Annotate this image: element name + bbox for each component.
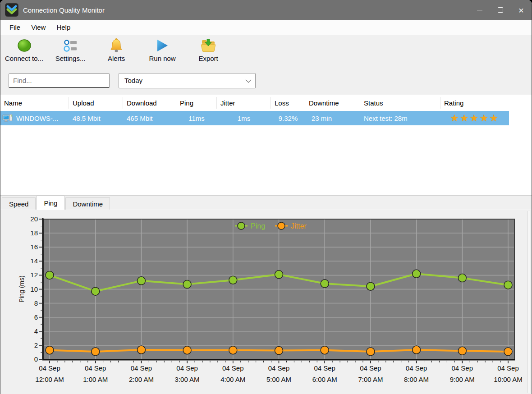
svg-text:10: 10 xyxy=(30,285,38,293)
settings-sliders-icon xyxy=(63,37,78,54)
tab-ping[interactable]: Ping xyxy=(37,196,64,210)
svg-text:Ping: Ping xyxy=(251,222,265,230)
maximize-button[interactable] xyxy=(490,0,511,20)
table-header: Name Upload Download Ping Jitter Loss Do… xyxy=(0,95,532,111)
svg-text:04 Sep: 04 Sep xyxy=(131,364,152,372)
col-upload[interactable]: Upload xyxy=(69,97,123,109)
svg-text:16: 16 xyxy=(30,243,38,251)
svg-text:14: 14 xyxy=(30,257,38,265)
minimize-icon xyxy=(477,10,482,10)
menu-help[interactable]: Help xyxy=(51,22,76,33)
export-button[interactable]: Export xyxy=(187,36,230,66)
toolbar: Connect to... Settings... xyxy=(0,35,532,66)
table-row-selected[interactable]: WINDOWS-... 48.5 Mbit 465 Mbit 11ms 1ms … xyxy=(0,111,509,125)
row-jitter: 1ms xyxy=(217,115,271,122)
minimize-button[interactable] xyxy=(469,0,490,20)
star-icon: ★ xyxy=(490,113,500,124)
star-icon: ★ xyxy=(450,113,460,124)
col-downtime[interactable]: Downtime xyxy=(305,97,360,109)
svg-text:1:00 AM: 1:00 AM xyxy=(83,376,108,383)
play-icon xyxy=(156,37,169,54)
tab-downtime[interactable]: Downtime xyxy=(65,197,110,210)
menu-bar: File View Help xyxy=(0,20,532,35)
svg-text:04 Sep: 04 Sep xyxy=(406,364,427,372)
svg-text:04 Sep: 04 Sep xyxy=(39,364,60,372)
col-jitter[interactable]: Jitter xyxy=(217,97,271,109)
svg-text:04 Sep: 04 Sep xyxy=(176,364,198,372)
row-upload: 48.5 Mbit xyxy=(69,115,123,122)
svg-text:4:00 AM: 4:00 AM xyxy=(220,376,245,383)
svg-text:20: 20 xyxy=(30,215,38,223)
svg-text:3:00 AM: 3:00 AM xyxy=(175,376,200,383)
maximize-icon xyxy=(498,7,503,13)
svg-text:04 Sep: 04 Sep xyxy=(360,364,381,372)
svg-text:04 Sep: 04 Sep xyxy=(452,364,473,372)
svg-text:9:00 AM: 9:00 AM xyxy=(450,376,475,383)
panel-scrollbar[interactable] xyxy=(527,211,530,393)
chart-tabs: Speed Ping Downtime xyxy=(0,195,532,210)
col-loss[interactable]: Loss xyxy=(271,97,305,109)
results-table: Name Upload Download Ping Jitter Loss Do… xyxy=(0,95,532,195)
find-input[interactable] xyxy=(9,73,110,88)
row-ping: 11ms xyxy=(176,115,217,122)
chevron-down-icon xyxy=(246,77,252,83)
col-status[interactable]: Status xyxy=(360,97,440,109)
col-download[interactable]: Download xyxy=(123,97,176,109)
star-icon: ★ xyxy=(480,113,490,124)
computer-icon xyxy=(2,114,13,123)
row-name: WINDOWS-... xyxy=(16,115,58,122)
menu-file[interactable]: File xyxy=(4,22,26,33)
svg-text:5:00 AM: 5:00 AM xyxy=(266,376,291,383)
col-name[interactable]: Name xyxy=(0,97,69,109)
ping-chart-panel: Ping (ms) 0246810121416182004 Sep12:00 A… xyxy=(0,210,532,394)
menu-view[interactable]: View xyxy=(26,22,51,33)
close-icon: × xyxy=(518,5,524,15)
svg-text:2:00 AM: 2:00 AM xyxy=(129,376,154,383)
svg-text:04 Sep: 04 Sep xyxy=(268,364,290,372)
svg-text:10:00 AM: 10:00 AM xyxy=(494,376,522,383)
col-ping[interactable]: Ping xyxy=(176,97,217,109)
app-logo-icon xyxy=(5,3,18,17)
svg-text:2: 2 xyxy=(34,341,38,349)
svg-text:04 Sep: 04 Sep xyxy=(314,364,335,372)
bell-icon xyxy=(109,37,124,54)
ping-chart-svg: 0246810121416182004 Sep12:00 AM04 Sep1:0… xyxy=(0,210,532,394)
filter-bar: Today xyxy=(0,66,532,95)
row-status: Next test: 28m xyxy=(360,115,440,122)
row-downtime: 23 min xyxy=(305,115,360,122)
svg-text:04 Sep: 04 Sep xyxy=(222,364,244,372)
svg-text:18: 18 xyxy=(30,229,38,237)
svg-text:8:00 AM: 8:00 AM xyxy=(404,376,429,383)
row-download: 465 Mbit xyxy=(123,115,176,122)
svg-text:6: 6 xyxy=(34,313,38,321)
window-title: Connection Quality Monitor xyxy=(23,6,469,14)
svg-text:8: 8 xyxy=(34,299,38,307)
close-button[interactable]: × xyxy=(511,0,532,20)
rating-stars: ★★★★★ xyxy=(440,113,509,124)
run-now-button[interactable]: Run now xyxy=(141,36,184,66)
svg-text:6:00 AM: 6:00 AM xyxy=(312,376,337,383)
export-folder-icon xyxy=(200,37,216,54)
svg-text:0: 0 xyxy=(34,355,38,363)
settings-button[interactable]: Settings... xyxy=(49,36,92,66)
svg-text:4: 4 xyxy=(34,327,38,335)
svg-text:Jitter: Jitter xyxy=(291,222,307,230)
connect-to-button[interactable]: Connect to... xyxy=(2,36,46,66)
connect-circle-icon xyxy=(17,37,32,54)
period-dropdown[interactable]: Today xyxy=(119,73,256,88)
svg-text:12: 12 xyxy=(30,271,38,279)
alerts-button[interactable]: Alerts xyxy=(95,36,138,66)
tab-speed[interactable]: Speed xyxy=(2,197,36,210)
svg-text:12:00 AM: 12:00 AM xyxy=(35,376,64,383)
svg-text:04 Sep: 04 Sep xyxy=(85,364,106,372)
col-rating[interactable]: Rating xyxy=(440,97,509,109)
svg-text:04 Sep: 04 Sep xyxy=(497,364,519,372)
app-window: Connection Quality Monitor × File View H… xyxy=(0,0,532,394)
title-bar: Connection Quality Monitor × xyxy=(0,0,532,20)
row-loss: 9.32% xyxy=(271,115,305,122)
svg-text:7:00 AM: 7:00 AM xyxy=(358,376,383,383)
star-icon: ★ xyxy=(460,113,470,124)
period-selected-value: Today xyxy=(124,77,142,84)
star-icon: ★ xyxy=(470,113,480,124)
